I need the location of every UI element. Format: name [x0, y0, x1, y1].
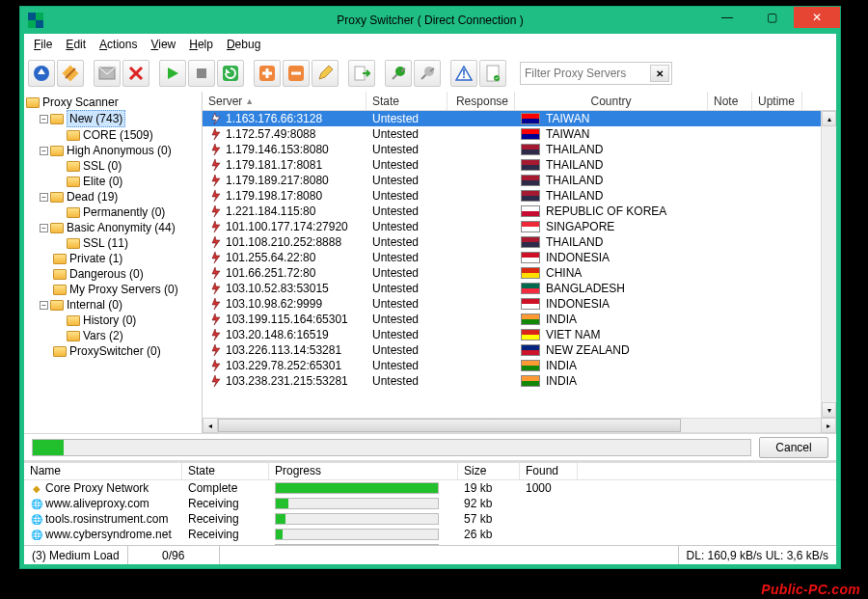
tree-item[interactable]: My Proxy Servers (0) [26, 282, 200, 297]
scol-found[interactable]: Found [520, 463, 578, 479]
menu-view[interactable]: View [145, 36, 181, 53]
menu-actions[interactable]: Actions [94, 36, 143, 53]
col-uptime[interactable]: Uptime [752, 92, 802, 110]
refresh-button[interactable] [217, 60, 244, 87]
document-button[interactable] [479, 60, 506, 87]
sources-headers[interactable]: Name State Progress Size Found [24, 463, 836, 480]
minimize-button[interactable]: — [705, 7, 749, 28]
disconnect-button[interactable] [414, 60, 441, 87]
source-row[interactable]: 🌐tools.rosinstrument.comReceiving57 kb [24, 511, 836, 527]
tree-item[interactable]: Private (1) [26, 251, 200, 266]
server-row[interactable]: 1.179.198.17:8080UntestedTHAILAND [203, 188, 821, 204]
tree-item[interactable]: Vars (2) [26, 328, 200, 343]
progress-row: Cancel [24, 433, 836, 460]
up-button[interactable] [28, 60, 55, 87]
server-row[interactable]: 103.10.98.62:9999UntestedINDONESIA [203, 296, 821, 312]
tree-item[interactable]: History (0) [26, 313, 200, 328]
flag-icon [521, 144, 540, 155]
menu-file[interactable]: File [28, 36, 58, 53]
menu-debug[interactable]: Debug [221, 36, 266, 53]
close-button[interactable]: ✕ [794, 7, 840, 28]
bolt-icon [208, 174, 224, 187]
server-row[interactable]: 101.100.177.174:27920UntestedSINGAPORE [203, 219, 821, 234]
stop-button[interactable] [188, 60, 215, 87]
scol-state[interactable]: State [182, 463, 269, 479]
server-row[interactable]: 1.179.146.153:8080UntestedTHAILAND [203, 142, 821, 157]
flag-icon [521, 236, 540, 248]
source-row[interactable]: 🌐www.nntime.comReceiving58 kb36 [24, 542, 836, 545]
tree-item[interactable]: −Internal (0) [26, 297, 200, 313]
tree-item[interactable]: CORE (1509) [26, 127, 200, 143]
svg-rect-4 [197, 68, 206, 78]
tree-panel[interactable]: Proxy Scanner−New (743)CORE (1509)−High … [24, 92, 203, 433]
server-row[interactable]: 1.179.181.17:8081UntestedTHAILAND [203, 157, 821, 173]
scroll-down-icon[interactable]: ▾ [822, 402, 836, 418]
filter-input[interactable] [525, 67, 650, 80]
server-row[interactable]: 101.108.210.252:8888UntestedTHAILAND [203, 234, 821, 250]
tree-item[interactable]: SSL (11) [26, 235, 200, 251]
status-speed: DL: 160,9 kB/s UL: 3,6 kB/s [678, 546, 836, 564]
scol-progress[interactable]: Progress [269, 463, 458, 479]
tree-item[interactable]: ProxySwitcher (0) [26, 343, 200, 359]
server-row[interactable]: 103.10.52.83:53015UntestedBANGLADESH [203, 281, 821, 296]
remove-button[interactable] [283, 60, 310, 87]
warning-button[interactable]: ! [450, 60, 477, 87]
play-button[interactable] [159, 60, 186, 87]
edit-button[interactable] [312, 60, 339, 87]
horizontal-scrollbar[interactable]: ◂ ▸ [203, 418, 836, 433]
vertical-scrollbar[interactable]: ▴ ▾ [821, 111, 836, 418]
filter-clear-icon[interactable]: ✕ [650, 65, 669, 82]
col-response[interactable]: Response [448, 92, 515, 110]
mail-button[interactable] [94, 60, 121, 87]
folder-icon [67, 331, 80, 341]
server-row[interactable]: 101.66.251.72:80UntestedCHINA [203, 265, 821, 281]
tree-item[interactable]: SSL (0) [26, 158, 200, 174]
source-row[interactable]: 🌐www.aliveproxy.comReceiving92 kb [24, 496, 836, 511]
tree-item[interactable]: −High Anonymous (0) [26, 143, 200, 158]
column-headers[interactable]: Server▲ State Response Country Note Upti… [203, 92, 836, 111]
scroll-left-icon[interactable]: ◂ [203, 418, 218, 433]
server-row[interactable]: 103.199.115.164:65301UntestedINDIA [203, 312, 821, 327]
server-rows[interactable]: 1.163.176.66:3128UntestedTAIWAN1.172.57.… [203, 111, 821, 418]
scol-name[interactable]: Name [24, 463, 182, 479]
server-row[interactable]: 1.172.57.49:8088UntestedTAIWAN [203, 126, 821, 142]
col-note[interactable]: Note [708, 92, 752, 110]
server-row[interactable]: 1.221.184.115:80UntestedREPUBLIC OF KORE… [203, 204, 821, 219]
source-row[interactable]: ◆Core Proxy NetworkComplete19 kb1000 [24, 480, 836, 496]
menu-edit[interactable]: Edit [60, 36, 92, 53]
server-row[interactable]: 103.229.78.252:65301UntestedINDIA [203, 358, 821, 373]
col-country[interactable]: Country [515, 92, 708, 110]
tree-item[interactable]: −Dead (19) [26, 189, 200, 204]
flag-icon [521, 344, 540, 356]
server-row[interactable]: 1.163.176.66:3128UntestedTAIWAN [203, 111, 821, 126]
server-row[interactable]: 101.255.64.22:80UntestedINDONESIA [203, 250, 821, 265]
col-server[interactable]: Server▲ [203, 92, 366, 110]
tree-item[interactable]: Elite (0) [26, 174, 200, 189]
scroll-right-icon[interactable]: ▸ [821, 418, 836, 433]
scol-size[interactable]: Size [458, 463, 520, 479]
titlebar[interactable]: Proxy Switcher ( Direct Connection ) — ▢… [20, 7, 840, 34]
server-row[interactable]: 103.226.113.14:53281UntestedNEW ZEALAND [203, 342, 821, 358]
wand-button[interactable] [57, 60, 84, 87]
maximize-button[interactable]: ▢ [749, 7, 794, 28]
server-row[interactable]: 103.238.231.215:53281UntestedINDIA [203, 373, 821, 389]
tree-item[interactable]: −Basic Anonymity (44) [26, 220, 200, 235]
cancel-button[interactable]: Cancel [759, 437, 828, 458]
source-row[interactable]: 🌐www.cybersyndrome.netReceiving26 kb [24, 527, 836, 542]
server-row[interactable]: 103.20.148.6:16519UntestedVIET NAM [203, 327, 821, 342]
export-button[interactable] [348, 60, 375, 87]
connect-button[interactable] [385, 60, 412, 87]
scroll-up-icon[interactable]: ▴ [822, 111, 836, 126]
tree-item[interactable]: Permanently (0) [26, 204, 200, 220]
tree-item[interactable]: Dangerous (0) [26, 266, 200, 282]
delete-button[interactable] [122, 60, 149, 87]
bolt-icon [208, 343, 224, 357]
add-button[interactable] [254, 60, 281, 87]
tree-item[interactable]: Proxy Scanner [26, 95, 200, 110]
server-row[interactable]: 1.179.189.217:8080UntestedTHAILAND [203, 173, 821, 188]
tree-item[interactable]: −New (743) [26, 110, 200, 127]
folder-icon [67, 238, 80, 249]
menu-help[interactable]: Help [183, 36, 219, 53]
filter-box[interactable]: ✕ [520, 62, 672, 85]
col-state[interactable]: State [366, 92, 448, 110]
